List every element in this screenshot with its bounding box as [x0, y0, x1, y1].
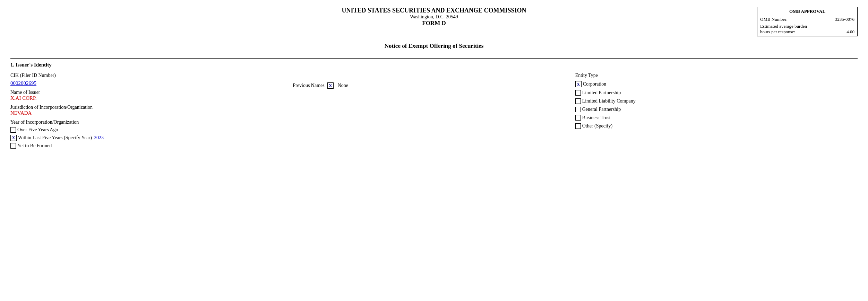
omb-hours-label: hours per response:: [760, 29, 795, 35]
col-right: Entity Type X Corporation Limited Partne…: [575, 73, 858, 149]
entity-type-business-trust: Business Trust: [575, 115, 858, 121]
year-option-2: Yet to Be Formed: [10, 143, 293, 149]
prev-names-none-checkbox[interactable]: X: [327, 82, 334, 89]
cik-value[interactable]: 0002002695: [10, 80, 36, 86]
agency-address: Washington, D.C. 20549: [111, 14, 757, 20]
year-option-label-2: Yet to Be Formed: [17, 143, 52, 149]
omb-hours-row: hours per response: 4.00: [760, 29, 854, 35]
jurisdiction-label: Jurisdiction of Incorporation/Organizati…: [10, 105, 293, 110]
section1-title: 1. Issuer's Identity: [10, 62, 858, 68]
entity-label-corporation: Corporation: [583, 81, 607, 87]
entity-type-general-partnership: General Partnership: [575, 107, 858, 112]
year-option-1: X Within Last Five Years (Specify Year) …: [10, 135, 293, 141]
entity-checkbox-limited-partnership[interactable]: [575, 90, 581, 96]
entity-type-llc: Limited Liability Company: [575, 98, 858, 104]
year-option-label-0: Over Five Years Ago: [17, 127, 58, 133]
prev-names-none-label: None: [338, 83, 348, 88]
page-header: UNITED STATES SECURITIES AND EXCHANGE CO…: [10, 7, 858, 36]
omb-box: OMB APPROVAL OMB Number: 3235-0076 Estim…: [757, 7, 858, 36]
notice-title: Notice of Exempt Offering of Securities: [10, 43, 858, 50]
main-grid: CIK (Filer ID Number) 0002002695 Name of…: [10, 73, 858, 149]
issuer-name-value: X.AI CORP.: [10, 95, 293, 101]
omb-burden-label: Estimated average burden: [760, 24, 854, 29]
entity-label-business-trust: Business Trust: [582, 115, 611, 121]
entity-type-other: Other (Specify): [575, 123, 858, 129]
year-checkbox-2[interactable]: [10, 143, 16, 149]
year-specify-value: 2023: [94, 135, 104, 141]
prev-names-label: Previous Names: [293, 83, 324, 88]
entity-label-general-partnership: General Partnership: [582, 107, 621, 112]
jurisdiction-value: NEVADA: [10, 110, 293, 116]
entity-type-limited-partnership: Limited Partnership: [575, 90, 858, 96]
entity-checkbox-business-trust[interactable]: [575, 115, 581, 121]
year-option-label-1: Within Last Five Years (Specify Year): [18, 135, 92, 141]
omb-hours-value: 4.00: [846, 29, 854, 35]
col-left: CIK (Filer ID Number) 0002002695 Name of…: [10, 73, 293, 149]
omb-title: OMB APPROVAL: [760, 9, 854, 15]
entity-type-label: Entity Type: [575, 73, 858, 78]
section-divider: [10, 58, 858, 59]
entity-checkbox-general-partnership[interactable]: [575, 107, 581, 112]
form-title: FORM D: [111, 20, 757, 27]
year-option-0: Over Five Years Ago: [10, 127, 293, 133]
entity-checkbox-other[interactable]: [575, 123, 581, 129]
omb-number-value: 3235-0076: [835, 17, 854, 22]
agency-title: UNITED STATES SECURITIES AND EXCHANGE CO…: [111, 7, 757, 14]
entity-label-limited-partnership: Limited Partnership: [582, 90, 621, 96]
entity-checkbox-llc[interactable]: [575, 98, 581, 104]
col-mid: Previous Names X None: [293, 73, 575, 149]
entity-type-corporation: X Corporation: [575, 81, 858, 87]
omb-number-row: OMB Number: 3235-0076: [760, 17, 854, 22]
omb-number-label: OMB Number:: [760, 17, 788, 22]
entity-checkbox-corporation[interactable]: X: [575, 81, 582, 87]
year-checkbox-1[interactable]: X: [10, 135, 17, 141]
year-checkbox-0[interactable]: [10, 127, 16, 133]
entity-label-other: Other (Specify): [582, 123, 612, 129]
issuer-name-label: Name of Issuer: [10, 90, 293, 95]
header-center: UNITED STATES SECURITIES AND EXCHANGE CO…: [111, 7, 757, 27]
cik-label: CIK (Filer ID Number): [10, 73, 293, 78]
prev-names-row: Previous Names X None: [293, 82, 575, 89]
year-label: Year of Incorporation/Organization: [10, 119, 293, 125]
entity-label-llc: Limited Liability Company: [582, 98, 636, 104]
